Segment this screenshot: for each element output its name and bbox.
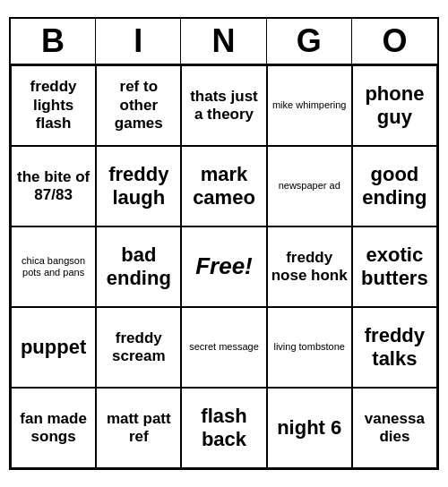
bingo-cell: exotic butters: [352, 226, 437, 307]
bingo-cell: Free!: [181, 226, 266, 307]
bingo-cell: phone guy: [352, 65, 437, 146]
bingo-cell: freddy nose honk: [267, 226, 352, 307]
bingo-cell: bad ending: [96, 226, 181, 307]
bingo-cell: vanessa dies: [352, 388, 437, 468]
bingo-cell: fan made songs: [11, 388, 96, 468]
bingo-cell: night 6: [267, 388, 352, 468]
bingo-cell: secret message: [181, 307, 266, 388]
bingo-cell: freddy talks: [352, 307, 437, 388]
bingo-cell: mike whimpering: [267, 65, 352, 146]
bingo-cell: ref to other games: [96, 65, 181, 146]
bingo-cell: freddy lights flash: [11, 65, 96, 146]
bingo-cell: thats just a theory: [181, 65, 266, 146]
bingo-cell: freddy scream: [96, 307, 181, 388]
bingo-cell: living tombstone: [267, 307, 352, 388]
bingo-cell: mark cameo: [181, 146, 266, 226]
header-letter: G: [267, 19, 352, 64]
bingo-cell: matt patt ref: [96, 388, 181, 468]
bingo-cell: puppet: [11, 307, 96, 388]
header-letter: O: [352, 19, 437, 64]
bingo-card: BINGO freddy lights flashref to other ga…: [9, 17, 439, 470]
bingo-cell: flash back: [181, 388, 266, 468]
bingo-header: BINGO: [11, 19, 437, 65]
bingo-grid: freddy lights flashref to other gamestha…: [11, 65, 437, 468]
bingo-cell: chica bangson pots and pans: [11, 226, 96, 307]
header-letter: I: [96, 19, 181, 64]
bingo-cell: freddy laugh: [96, 146, 181, 226]
header-letter: B: [11, 19, 96, 64]
bingo-cell: newspaper ad: [267, 146, 352, 226]
bingo-cell: good ending: [352, 146, 437, 226]
header-letter: N: [181, 19, 266, 64]
bingo-cell: the bite of 87/83: [11, 146, 96, 226]
